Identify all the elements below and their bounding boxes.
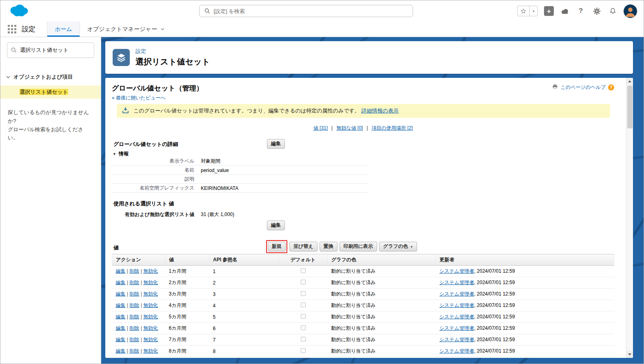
modified-by-link[interactable]: システム管理者 [440, 291, 474, 297]
column-header-api-name: API 参照名 [209, 254, 279, 266]
deactivate-action-link[interactable]: 無効化 [143, 280, 158, 285]
delete-action-link[interactable]: 削除 [129, 291, 139, 297]
new-button-annotation: 新規 [266, 240, 287, 253]
modified-by-link[interactable]: システム管理者 [440, 302, 474, 308]
edit-action-link[interactable]: 編集 [116, 348, 126, 354]
setup-gear-icon[interactable] [592, 6, 602, 16]
salesforce-logo[interactable] [7, 2, 31, 20]
values-table: アクション 値 API 参照名 デフォルト グラフの色 更新者 編集 | 削除 … [112, 254, 614, 358]
tab-object-manager[interactable]: オブジェクトマネージャー [80, 22, 172, 37]
column-header-default: デフォルト [279, 254, 328, 266]
tab-home[interactable]: ホーム [47, 22, 80, 37]
favorites-star-icon[interactable] [517, 6, 529, 16]
modified-by-link[interactable]: システム管理者 [440, 268, 474, 274]
delete-action-link[interactable]: 削除 [129, 280, 139, 285]
edit-action-link[interactable]: 編集 [116, 280, 126, 285]
action-separator: | [139, 337, 143, 342]
delete-action-link[interactable]: 削除 [129, 337, 139, 342]
reorder-button[interactable]: 並び替え [289, 242, 318, 251]
global-actions-icon[interactable]: + [544, 6, 554, 16]
sidebar-search-input[interactable] [7, 42, 94, 58]
deactivate-action-link[interactable]: 無効化 [143, 325, 158, 331]
new-button[interactable]: 新規 [268, 242, 286, 251]
value-label-cell: 8カ月間 [165, 346, 209, 357]
modified-by-link[interactable]: システム管理者 [440, 337, 474, 342]
field-value: 対象期間 [201, 158, 220, 165]
delete-action-link[interactable]: 削除 [129, 348, 139, 354]
value-table-row: 編集 | 削除 | 無効化 1カ月間 1 動的に割り当て済み システム管理者, … [112, 266, 614, 277]
help-icon[interactable]: ? [576, 6, 586, 16]
delete-action-link[interactable]: 削除 [129, 325, 139, 331]
help-badge-icon[interactable]: ? [608, 84, 614, 90]
scrollbar-thumb[interactable] [627, 86, 633, 128]
back-to-last-view-link[interactable]: « 最後に開いたビューへ [112, 95, 166, 101]
notice-more-info-link[interactable]: 詳細情報の表示 [361, 108, 398, 114]
deactivate-action-link[interactable]: 無効化 [143, 348, 158, 354]
column-header-modified-by: 更新者 [436, 254, 614, 266]
sidebar-item-picklist-value-sets[interactable]: 選択リスト値セット [0, 86, 101, 99]
action-separator: | [126, 302, 130, 308]
jump-inactive-values-link[interactable]: 無効な値 [0] [336, 125, 363, 131]
deactivate-action-link[interactable]: 無効化 [143, 302, 158, 308]
delete-action-link[interactable]: 削除 [129, 314, 139, 320]
value-table-row: 編集 | 削除 | 無効化 3カ月間 3 動的に割り当て済み システム管理者, … [112, 289, 614, 300]
value-table-row: 編集 | 削除 | 無効化 8カ月間 8 動的に割り当て済み システム管理者, … [112, 346, 614, 357]
value-label-cell: 1カ月間 [165, 266, 209, 277]
action-separator: | [126, 325, 130, 331]
global-search-input[interactable] [214, 8, 408, 14]
edit-action-link[interactable]: 編集 [116, 268, 126, 274]
usage-edit-button[interactable]: 編集 [267, 221, 285, 230]
modified-by-cell: システム管理者, 2024/07/01 12:59 [436, 334, 614, 346]
row-actions-cell: 編集 | 削除 | 無効化 [112, 277, 165, 289]
notifications-bell-icon[interactable] [608, 6, 617, 16]
replace-button[interactable]: 置換 [320, 242, 338, 251]
printer-icon[interactable] [552, 84, 558, 91]
tab-home-label: ホーム [55, 26, 72, 33]
deactivate-action-link[interactable]: 無効化 [143, 291, 158, 297]
edit-action-link[interactable]: 編集 [116, 337, 126, 342]
jump-values-link[interactable]: 値 [31] [313, 125, 328, 131]
modified-by-link[interactable]: システム管理者 [440, 314, 474, 320]
deactivate-action-link[interactable]: 無効化 [143, 268, 158, 274]
modified-by-link[interactable]: システム管理者 [440, 348, 474, 354]
row-actions-cell: 編集 | 削除 | 無効化 [112, 357, 165, 358]
scroll-down-button[interactable] [626, 351, 633, 358]
scroll-up-button[interactable] [626, 78, 633, 85]
deactivate-action-link[interactable]: 無効化 [143, 314, 158, 320]
modified-by-link[interactable]: システム管理者 [440, 280, 474, 285]
delete-action-link[interactable]: 削除 [129, 302, 139, 308]
info-section-toggle[interactable]: ▼ 情報 [112, 151, 614, 157]
modified-date: , 2024/07/01 12:59 [474, 280, 515, 285]
action-separator: | [139, 291, 143, 297]
values-table-header-row: アクション 値 API 参照名 デフォルト グラフの色 更新者 [112, 254, 614, 266]
modified-by-cell: システム管理者, 2024/07/01 12:59 [436, 300, 614, 311]
delete-action-link[interactable]: 削除 [129, 268, 139, 274]
page-help-link[interactable]: このページのヘルプ [561, 84, 606, 91]
action-separator: | [126, 268, 130, 274]
edit-action-link[interactable]: 編集 [116, 291, 126, 297]
chart-colors-button[interactable]: グラフの色▼ [379, 242, 417, 251]
chart-color-cell: 動的に割り当て済み [328, 323, 436, 334]
edit-action-link[interactable]: 編集 [116, 302, 126, 308]
deactivate-action-link[interactable]: 無効化 [143, 337, 158, 342]
detail-edit-button[interactable]: 編集 [267, 139, 285, 149]
printable-view-button[interactable]: 印刷用に表示 [340, 242, 377, 251]
row-actions-cell: 編集 | 削除 | 無効化 [112, 323, 165, 334]
modified-by-cell: システム管理者, 2024/07/01 12:59 [436, 289, 614, 300]
jump-field-usage-link[interactable]: 項目の使用場所 [2] [371, 125, 413, 131]
field-value: period_value [201, 168, 229, 173]
content-scrollbar[interactable] [626, 78, 633, 358]
values-list-header: 値 新規 並び替え 置換 印刷用に表示 グラフの色▼ [112, 241, 614, 252]
action-separator: | [126, 314, 130, 320]
app-launcher-icon[interactable] [8, 25, 16, 33]
sidebar-section-objects-and-fields[interactable]: オブジェクトおよび項目 [0, 73, 101, 81]
guidance-center-icon[interactable] [560, 6, 570, 16]
user-avatar[interactable] [624, 4, 637, 18]
favorites-expand-icon[interactable]: ▼ [529, 6, 537, 16]
search-icon [204, 8, 210, 14]
detail-fields: 表示ラベル 対象期間 名前 period_value 説明 名前空間プレフ [112, 157, 369, 193]
edit-action-link[interactable]: 編集 [116, 325, 126, 331]
salesforce-setup-window: ▼ + ? [0, 0, 644, 364]
edit-action-link[interactable]: 編集 [116, 314, 126, 320]
modified-by-link[interactable]: システム管理者 [440, 325, 474, 331]
